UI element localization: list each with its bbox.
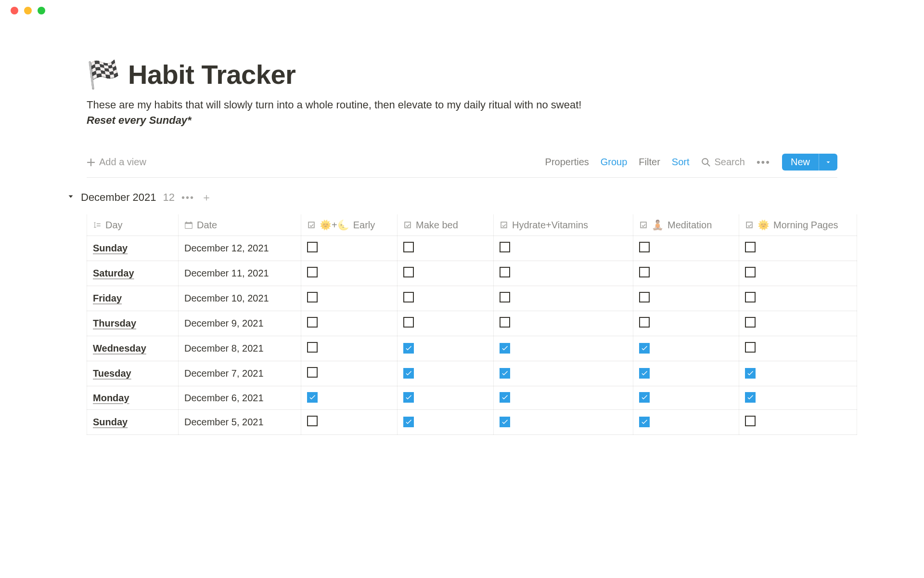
cell-make-bed[interactable] xyxy=(398,311,494,336)
new-button-dropdown[interactable] xyxy=(819,154,837,171)
day-link[interactable]: Friday xyxy=(93,293,122,303)
column-header-day[interactable]: Day xyxy=(87,214,179,236)
add-view-button[interactable]: Add a view xyxy=(87,157,146,168)
checkbox[interactable] xyxy=(745,392,756,403)
cell-make-bed[interactable] xyxy=(398,410,494,435)
checkbox[interactable] xyxy=(500,368,510,379)
cell-date[interactable]: December 6, 2021 xyxy=(179,386,301,410)
cell-make-bed[interactable] xyxy=(398,336,494,361)
cell-early[interactable] xyxy=(301,336,398,361)
day-link[interactable]: Sunday xyxy=(93,417,128,427)
properties-button[interactable]: Properties xyxy=(545,157,589,168)
checkbox[interactable] xyxy=(500,392,510,403)
cell-early[interactable] xyxy=(301,286,398,311)
day-link[interactable]: Thursday xyxy=(93,318,136,328)
checkbox[interactable] xyxy=(307,367,318,378)
checkbox[interactable] xyxy=(639,292,650,302)
more-options-button[interactable]: ••• xyxy=(757,156,770,169)
cell-morning-pages[interactable] xyxy=(739,361,857,386)
window-minimize-button[interactable] xyxy=(24,7,32,14)
page-note[interactable]: Reset every Sunday* xyxy=(87,114,837,127)
column-header-hydrate[interactable]: Hydrate+Vitamins xyxy=(494,214,633,236)
cell-date[interactable]: December 11, 2021 xyxy=(179,261,301,286)
cell-date[interactable]: December 9, 2021 xyxy=(179,311,301,336)
cell-meditation[interactable] xyxy=(633,410,739,435)
checkbox[interactable] xyxy=(639,317,650,328)
cell-meditation[interactable] xyxy=(633,336,739,361)
checkbox[interactable] xyxy=(403,317,414,328)
cell-date[interactable]: December 8, 2021 xyxy=(179,336,301,361)
cell-early[interactable] xyxy=(301,386,398,410)
group-name[interactable]: December 2021 xyxy=(81,191,156,204)
group-add-button[interactable]: ＋ xyxy=(201,190,212,205)
cell-hydrate[interactable] xyxy=(494,261,633,286)
cell-hydrate[interactable] xyxy=(494,236,633,261)
page-description[interactable]: These are my habits that will slowly tur… xyxy=(87,99,837,111)
checkbox[interactable] xyxy=(500,267,510,277)
checkbox[interactable] xyxy=(307,292,318,302)
cell-make-bed[interactable] xyxy=(398,236,494,261)
cell-morning-pages[interactable] xyxy=(739,336,857,361)
checkbox[interactable] xyxy=(307,416,318,426)
day-link[interactable]: Wednesday xyxy=(93,343,146,354)
checkbox[interactable] xyxy=(403,343,414,354)
window-close-button[interactable] xyxy=(11,7,18,14)
cell-hydrate[interactable] xyxy=(494,286,633,311)
checkbox[interactable] xyxy=(307,267,318,277)
cell-make-bed[interactable] xyxy=(398,261,494,286)
day-link[interactable]: Tuesday xyxy=(93,368,131,379)
cell-make-bed[interactable] xyxy=(398,361,494,386)
group-button[interactable]: Group xyxy=(601,157,628,168)
checkbox[interactable] xyxy=(307,392,318,403)
column-header-morning-pages[interactable]: 🌞 Morning Pages xyxy=(739,214,857,236)
cell-meditation[interactable] xyxy=(633,261,739,286)
checkbox[interactable] xyxy=(745,416,756,426)
column-header-meditation[interactable]: 🧘🏽 Meditation xyxy=(633,214,739,236)
cell-day[interactable]: Saturday xyxy=(87,261,179,286)
cell-meditation[interactable] xyxy=(633,386,739,410)
checkbox[interactable] xyxy=(403,368,414,379)
checkbox[interactable] xyxy=(500,292,510,302)
cell-day[interactable]: Thursday xyxy=(87,311,179,336)
group-more-button[interactable]: ••• xyxy=(181,192,194,203)
checkbox[interactable] xyxy=(500,343,510,354)
checkbox[interactable] xyxy=(403,292,414,302)
cell-day[interactable]: Tuesday xyxy=(87,361,179,386)
sort-button[interactable]: Sort xyxy=(672,157,690,168)
cell-early[interactable] xyxy=(301,261,398,286)
checkbox[interactable] xyxy=(745,317,756,328)
cell-morning-pages[interactable] xyxy=(739,236,857,261)
cell-early[interactable] xyxy=(301,311,398,336)
cell-day[interactable]: Sunday xyxy=(87,236,179,261)
day-link[interactable]: Sunday xyxy=(93,243,128,253)
cell-hydrate[interactable] xyxy=(494,386,633,410)
cell-hydrate[interactable] xyxy=(494,336,633,361)
checkbox[interactable] xyxy=(307,242,318,252)
cell-hydrate[interactable] xyxy=(494,361,633,386)
day-link[interactable]: Saturday xyxy=(93,268,134,278)
checkbox[interactable] xyxy=(500,317,510,328)
cell-morning-pages[interactable] xyxy=(739,261,857,286)
checkbox[interactable] xyxy=(639,267,650,277)
checkbox[interactable] xyxy=(639,392,650,403)
page-emoji-icon[interactable]: 🏁 xyxy=(87,61,120,88)
day-link[interactable]: Monday xyxy=(93,393,129,403)
cell-date[interactable]: December 5, 2021 xyxy=(179,410,301,435)
cell-meditation[interactable] xyxy=(633,311,739,336)
checkbox[interactable] xyxy=(639,343,650,354)
cell-day[interactable]: Wednesday xyxy=(87,336,179,361)
checkbox[interactable] xyxy=(403,267,414,277)
cell-morning-pages[interactable] xyxy=(739,286,857,311)
new-button[interactable]: New xyxy=(782,154,819,171)
window-zoom-button[interactable] xyxy=(38,7,45,14)
checkbox[interactable] xyxy=(745,267,756,277)
checkbox[interactable] xyxy=(500,417,510,427)
filter-button[interactable]: Filter xyxy=(639,157,660,168)
cell-day[interactable]: Sunday xyxy=(87,410,179,435)
cell-date[interactable]: December 10, 2021 xyxy=(179,286,301,311)
checkbox[interactable] xyxy=(403,417,414,427)
cell-make-bed[interactable] xyxy=(398,386,494,410)
cell-date[interactable]: December 7, 2021 xyxy=(179,361,301,386)
checkbox[interactable] xyxy=(745,368,756,379)
cell-meditation[interactable] xyxy=(633,236,739,261)
